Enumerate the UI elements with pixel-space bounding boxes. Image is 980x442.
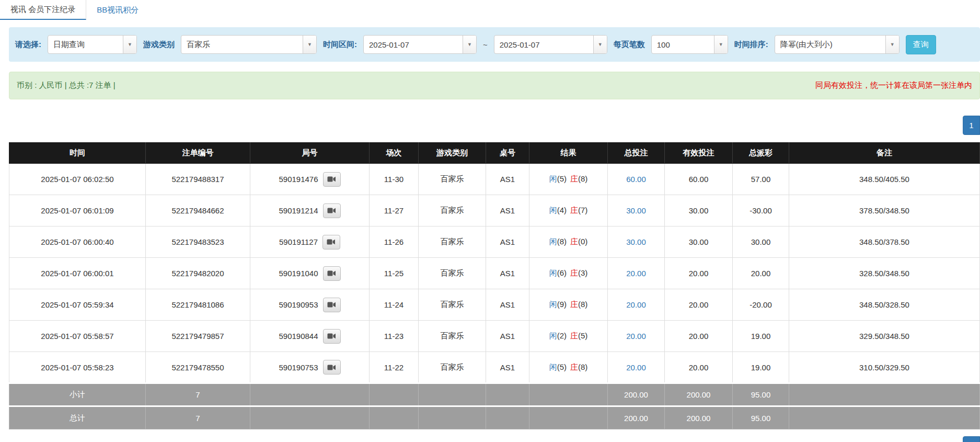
cell-remark: 328.50/348.50 — [789, 258, 980, 289]
chevron-down-icon[interactable]: ▼ — [463, 36, 476, 53]
result-banker-value: (8) — [578, 300, 587, 309]
video-replay-button[interactable] — [323, 203, 341, 218]
range-separator: ~ — [483, 40, 488, 49]
result-banker-label: 庄 — [570, 206, 578, 214]
grand-total-total-bet: 200.00 — [608, 406, 665, 429]
total-bet-link[interactable]: 60.00 — [626, 175, 646, 184]
game-type-select[interactable]: 百家乐 ▼ — [181, 35, 317, 54]
cell-table: AS1 — [486, 226, 529, 258]
cell-valid-bet: 60.00 — [665, 164, 733, 195]
result-player-value: (4) — [557, 206, 567, 214]
date-type-select[interactable]: 日期查询 ▼ — [48, 35, 137, 54]
page-1-button[interactable]: 1 — [963, 116, 980, 135]
cell-time: 2025-01-07 06:02:50 — [9, 164, 146, 195]
cell-payout: 19.00 — [733, 321, 789, 352]
round-id-text: 590191476 — [279, 175, 318, 184]
sort-order-value: 降幂(由大到小) — [775, 36, 885, 53]
table-row: 2025-01-07 06:01:09 522179484662 5901912… — [9, 195, 980, 226]
page-1-button-bottom[interactable]: 1 — [963, 436, 980, 442]
video-camera-icon — [327, 301, 336, 308]
total-bet-link[interactable]: 20.00 — [626, 363, 646, 372]
cell-table: AS1 — [486, 195, 529, 226]
chevron-down-icon[interactable]: ▼ — [123, 36, 136, 53]
table-row: 2025-01-07 05:58:57 522179479857 5901908… — [9, 321, 980, 352]
table-row: 2025-01-07 06:02:50 522179488317 5901914… — [9, 164, 980, 195]
cell-game: 百家乐 — [419, 164, 486, 195]
result-banker-label: 庄 — [570, 300, 578, 309]
subtotal-total-bet: 200.00 — [608, 383, 665, 406]
cell-total-bet: 30.00 — [608, 226, 665, 258]
cell-game: 百家乐 — [419, 321, 486, 352]
date-to-value: 2025-01-07 — [494, 36, 593, 53]
cell-result: 闲(9)庄(8) — [529, 289, 608, 321]
result-player-label: 闲 — [549, 362, 557, 371]
grand-total-label: 总计 — [9, 406, 146, 429]
pagination-top: 1 — [0, 116, 980, 135]
cell-time: 2025-01-07 06:01:09 — [9, 195, 146, 226]
cell-payout: -20.00 — [733, 289, 789, 321]
column-header-valid-bet: 有效投注 — [665, 143, 733, 164]
total-bet-link[interactable]: 20.00 — [626, 300, 646, 309]
video-replay-button[interactable] — [322, 235, 340, 250]
result-player-value: (6) — [557, 268, 567, 277]
cell-session: 11-25 — [370, 258, 419, 289]
page-size-value: 100 — [652, 36, 714, 53]
cell-valid-bet: 20.00 — [665, 321, 733, 352]
grand-total-valid-bet: 200.00 — [665, 406, 733, 429]
date-from-select[interactable]: 2025-01-07 ▼ — [363, 35, 477, 54]
video-camera-icon — [327, 239, 336, 245]
cell-valid-bet: 20.00 — [665, 352, 733, 383]
cell-payout: -30.00 — [733, 195, 789, 226]
result-player-value: (8) — [557, 237, 567, 246]
video-replay-button[interactable] — [323, 360, 341, 375]
total-bet-link[interactable]: 30.00 — [626, 237, 646, 246]
tab-bb-points-label: BB视讯积分 — [97, 5, 139, 15]
video-replay-button[interactable] — [323, 172, 341, 187]
tab-bb-points[interactable]: BB视讯积分 — [86, 0, 149, 20]
result-player-label: 闲 — [549, 300, 557, 309]
result-player-label: 闲 — [549, 206, 557, 214]
result-banker-label: 庄 — [570, 362, 578, 371]
total-bet-link[interactable]: 20.00 — [626, 269, 646, 278]
result-banker-value: (0) — [578, 237, 587, 246]
video-replay-button[interactable] — [323, 298, 341, 312]
column-header-remark: 备注 — [789, 143, 980, 164]
grand-total-count: 7 — [146, 406, 250, 429]
cell-round: 590191214 — [250, 195, 370, 226]
cell-result: 闲(5)庄(8) — [529, 164, 608, 195]
video-camera-icon — [327, 270, 336, 277]
cell-valid-bet: 30.00 — [665, 226, 733, 258]
filter-bar: 请选择: 日期查询 ▼ 游戏类别 百家乐 ▼ 时间区间: 2025-01-07 … — [9, 27, 980, 62]
subtotal-valid-bet: 200.00 — [665, 383, 733, 406]
chevron-down-icon[interactable]: ▼ — [885, 36, 899, 53]
video-replay-button[interactable] — [323, 329, 341, 344]
total-bet-link[interactable]: 30.00 — [626, 206, 646, 215]
cell-remark: 378.50/348.50 — [789, 195, 980, 226]
chevron-down-icon[interactable]: ▼ — [593, 36, 607, 53]
chevron-down-icon[interactable]: ▼ — [303, 36, 316, 53]
result-banker-value: (3) — [578, 268, 587, 277]
tab-betting-records-label: 视讯 会员下注纪录 — [10, 5, 75, 15]
chevron-down-icon[interactable]: ▼ — [714, 36, 728, 53]
result-player-value: (5) — [557, 174, 567, 183]
cell-round: 590191040 — [250, 258, 370, 289]
cell-round: 590191476 — [250, 164, 370, 195]
date-from-value: 2025-01-07 — [364, 36, 463, 53]
date-to-select[interactable]: 2025-01-07 ▼ — [494, 35, 607, 54]
page-size-select[interactable]: 100 ▼ — [651, 35, 728, 54]
cell-session: 11-23 — [370, 321, 419, 352]
result-banker-value: (8) — [578, 362, 587, 371]
video-replay-button[interactable] — [323, 266, 341, 281]
sort-order-select[interactable]: 降幂(由大到小) ▼ — [775, 35, 900, 54]
video-camera-icon — [327, 333, 336, 339]
column-header-time: 时间 — [9, 143, 146, 164]
cell-game: 百家乐 — [419, 352, 486, 383]
total-bet-link[interactable]: 20.00 — [626, 332, 646, 341]
tab-betting-records[interactable]: 视讯 会员下注纪录 — [0, 0, 86, 20]
currency-total-text: 币别 : 人民币 | 总共 :7 注单 | — [17, 81, 116, 90]
column-header-round: 局号 — [250, 143, 370, 164]
cell-session: 11-26 — [370, 226, 419, 258]
query-button[interactable]: 查询 — [906, 35, 936, 54]
table-body: 2025-01-07 06:02:50 522179488317 5901914… — [9, 164, 980, 383]
round-id-text: 590191127 — [279, 237, 318, 246]
